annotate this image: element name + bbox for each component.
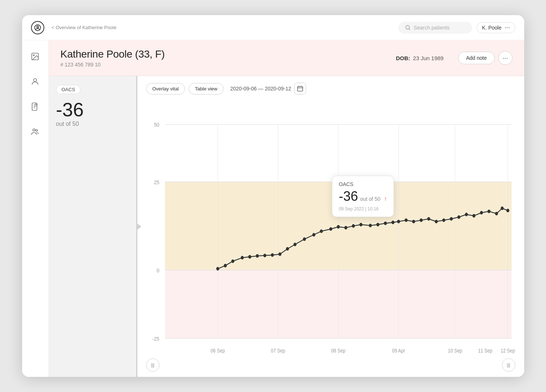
svg-text:09 Apr: 09 Apr <box>392 348 405 354</box>
svg-point-71 <box>506 209 509 213</box>
sidebar-item-documents[interactable] <box>28 99 42 114</box>
svg-point-5 <box>34 79 37 82</box>
svg-point-59 <box>419 219 422 222</box>
svg-point-65 <box>465 213 468 216</box>
svg-point-51 <box>359 223 362 227</box>
metric-tag: OACS <box>56 85 81 94</box>
back-link[interactable]: < Overview of Katherine Poole <box>52 25 117 30</box>
svg-point-50 <box>352 224 355 228</box>
svg-point-43 <box>293 243 296 247</box>
svg-point-38 <box>255 254 258 258</box>
metric-label: out of 50 <box>56 121 129 127</box>
svg-point-57 <box>405 219 408 222</box>
svg-text:-25: -25 <box>152 336 159 342</box>
date-range: 2020-09-06 — 2020-09-12 <box>230 83 306 94</box>
logo[interactable] <box>31 21 44 34</box>
overlay-vital-button[interactable]: Overlay vital <box>146 83 185 94</box>
date-range-text: 2020-09-06 — 2020-09-12 <box>230 86 291 92</box>
patient-header: Katherine Poole (33, F) # 123 456 789 10… <box>49 40 524 76</box>
user-chip[interactable]: K. Poole ⋯ <box>477 22 515 33</box>
svg-point-69 <box>495 212 498 216</box>
dob-value: 23 Jun 1989 <box>413 55 444 61</box>
svg-text:0: 0 <box>157 267 159 274</box>
svg-text:07 Sep: 07 Sep <box>271 348 285 354</box>
svg-point-64 <box>457 215 460 219</box>
chart-area: 50 25 0 -25 06 Sep 07 Sep 08 Sep 09 Apr … <box>146 99 515 355</box>
main-content: Katherine Poole (33, F) # 123 456 789 10… <box>49 40 524 377</box>
patient-dob: DOB: 23 Jun 1989 <box>396 55 444 61</box>
top-bar: < Overview of Katherine Poole Search pat… <box>22 15 524 40</box>
left-panel: OACS -36 out of 50 <box>49 76 137 377</box>
patient-info: Katherine Poole (33, F) # 123 456 789 10 <box>61 48 396 68</box>
svg-point-46 <box>320 230 323 233</box>
svg-point-35 <box>231 259 234 263</box>
sidebar-item-images[interactable] <box>28 49 42 64</box>
right-panel: Overlay vital Table view 2020-09-06 — 20… <box>137 76 524 377</box>
patient-actions: Add note ··· <box>458 51 512 65</box>
svg-point-36 <box>241 256 244 259</box>
svg-point-61 <box>435 220 437 223</box>
svg-point-45 <box>312 233 315 237</box>
chart-svg: 50 25 0 -25 06 Sep 07 Sep 08 Sep 09 Apr … <box>146 99 515 355</box>
svg-point-70 <box>501 207 504 210</box>
svg-text:06 Sep: 06 Sep <box>210 348 225 354</box>
svg-text:25: 25 <box>154 179 159 185</box>
svg-point-63 <box>450 217 453 221</box>
svg-text:08 Sep: 08 Sep <box>331 348 346 354</box>
svg-point-56 <box>397 220 400 223</box>
svg-point-48 <box>337 225 340 229</box>
sidebar-item-team[interactable] <box>28 124 42 139</box>
search-icon <box>405 25 411 31</box>
svg-point-8 <box>36 130 38 131</box>
add-note-button[interactable]: Add note <box>458 52 494 64</box>
svg-point-33 <box>216 267 219 271</box>
svg-point-58 <box>412 220 415 223</box>
svg-text:12 Sep: 12 Sep <box>501 348 515 354</box>
sidebar-item-patient[interactable] <box>28 74 42 89</box>
table-view-button[interactable]: Table view <box>189 83 224 94</box>
svg-point-68 <box>487 210 490 213</box>
scroll-right-handle[interactable]: ||| <box>502 358 515 372</box>
panel-arrow <box>136 223 141 230</box>
scroll-left-handle[interactable]: ||| <box>146 358 159 372</box>
chart-bottom: ||| ||| <box>146 355 515 377</box>
svg-point-37 <box>248 255 251 259</box>
svg-point-49 <box>344 226 347 230</box>
svg-point-7 <box>33 129 35 131</box>
svg-point-1 <box>37 26 38 28</box>
svg-point-54 <box>384 221 387 225</box>
svg-point-40 <box>271 253 274 257</box>
chart-toolbar: Overlay vital Table view 2020-09-06 — 20… <box>146 83 515 94</box>
svg-text:50: 50 <box>154 121 159 128</box>
chart-container: OACS -36 out of 50 Overlay vital Table v… <box>49 76 524 377</box>
svg-point-4 <box>33 55 34 56</box>
svg-text:11 Sep: 11 Sep <box>478 348 492 354</box>
metric-value: -36 <box>56 100 129 119</box>
calendar-icon[interactable] <box>294 83 306 94</box>
body-area: Katherine Poole (33, F) # 123 456 789 10… <box>22 40 524 377</box>
patient-name: Katherine Poole (33, F) <box>61 48 396 60</box>
svg-point-67 <box>480 211 483 214</box>
search-box[interactable]: Search patients <box>398 22 472 34</box>
svg-point-62 <box>442 219 445 222</box>
svg-point-53 <box>376 223 379 227</box>
breadcrumb[interactable]: < Overview of Katherine Poole <box>52 25 117 30</box>
svg-point-60 <box>427 217 430 221</box>
more-options-button[interactable]: ··· <box>498 51 512 65</box>
svg-point-66 <box>472 214 475 218</box>
svg-point-41 <box>278 252 281 256</box>
svg-point-34 <box>224 264 227 268</box>
svg-rect-6 <box>32 103 37 110</box>
svg-point-52 <box>369 224 372 227</box>
svg-point-2 <box>406 25 409 29</box>
dob-label: DOB: <box>396 55 410 61</box>
top-bar-right: Search patients K. Poole ⋯ <box>398 22 515 34</box>
search-placeholder: Search patients <box>414 25 450 31</box>
user-more-icon: ⋯ <box>505 25 510 31</box>
svg-point-44 <box>303 237 306 241</box>
sidebar <box>22 40 49 377</box>
svg-text:10 Sep: 10 Sep <box>448 348 462 354</box>
app-frame: < Overview of Katherine Poole Search pat… <box>22 15 524 377</box>
user-label: K. Poole <box>482 25 502 31</box>
svg-point-39 <box>263 254 266 257</box>
